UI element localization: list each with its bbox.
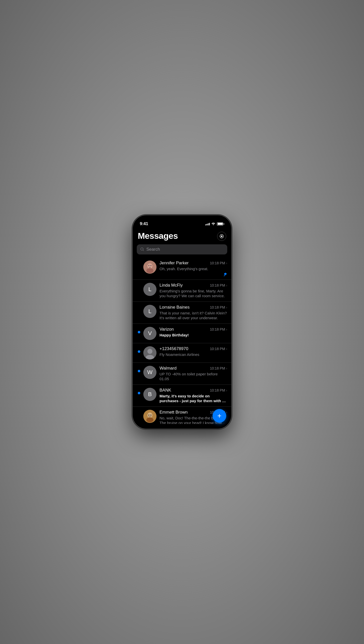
message-item[interactable]: BBANK10:18 PM›Marty, it's easy to decide… bbox=[133, 385, 231, 407]
message-time: 10:18 PM bbox=[210, 305, 225, 309]
message-preview: Oh, yeah. Everything's great. bbox=[160, 266, 227, 271]
chevron-right-icon: › bbox=[226, 410, 227, 414]
page-title: Messages bbox=[138, 231, 178, 241]
contact-name: Linda McFly bbox=[160, 283, 183, 288]
unread-indicator bbox=[138, 392, 140, 394]
compose-fab-button[interactable]: + bbox=[213, 409, 226, 423]
search-bar[interactable]: Search bbox=[137, 244, 227, 254]
message-preview: That is your name, isn't it? Calvin Klei… bbox=[160, 311, 227, 320]
contact-name: Lorraine Baines bbox=[160, 305, 190, 310]
chevron-right-icon: › bbox=[226, 366, 227, 370]
avatar bbox=[143, 410, 156, 423]
svg-point-6 bbox=[150, 265, 151, 266]
unread-indicator bbox=[138, 331, 140, 333]
chevron-right-icon: › bbox=[226, 347, 227, 351]
search-input[interactable]: Search bbox=[146, 247, 160, 252]
signal-icon bbox=[205, 222, 210, 225]
svg-point-8 bbox=[147, 349, 152, 354]
phone-screen: 9:41 bbox=[133, 215, 231, 429]
message-time: 10:18 PM bbox=[210, 388, 225, 392]
unread-indicator bbox=[138, 350, 140, 353]
message-time: 10:18 PM bbox=[210, 283, 225, 287]
message-preview: UP TO -40% on toilet paper before 01.05 bbox=[160, 372, 227, 381]
svg-point-14 bbox=[150, 415, 151, 416]
contact-name: Walmard bbox=[160, 366, 176, 371]
status-time: 9:41 bbox=[140, 221, 148, 226]
avatar bbox=[143, 261, 156, 274]
battery-icon bbox=[217, 222, 224, 226]
chevron-right-icon: › bbox=[226, 305, 227, 309]
message-item[interactable]: LLorraine Baines10:18 PM›That is your na… bbox=[133, 302, 231, 324]
message-time: 10:18 PM bbox=[210, 327, 225, 331]
svg-point-13 bbox=[148, 415, 149, 416]
contact-name: Jennifer Parker bbox=[160, 261, 189, 266]
header: Messages bbox=[133, 229, 231, 244]
message-preview: Everything's gonna be fine, Marty. Are y… bbox=[160, 289, 227, 298]
message-time: 10:18 PM bbox=[210, 347, 225, 351]
status-icons bbox=[205, 222, 224, 226]
chevron-right-icon: › bbox=[226, 388, 227, 392]
messages-list: Jennifer Parker10:18 PM›Oh, yeah. Everyt… bbox=[133, 257, 231, 424]
avatar: L bbox=[143, 283, 156, 296]
message-item[interactable]: VVarizon10:18 PM›Happy Birthday! bbox=[133, 324, 231, 343]
chevron-right-icon: › bbox=[226, 283, 227, 287]
message-time: 10:18 PM bbox=[210, 261, 225, 265]
compose-button[interactable] bbox=[217, 232, 226, 241]
message-preview: Happy Birthday! bbox=[160, 333, 227, 338]
svg-point-4 bbox=[146, 268, 153, 273]
svg-point-5 bbox=[148, 265, 149, 266]
avatar: V bbox=[143, 327, 156, 340]
unread-indicator bbox=[138, 370, 140, 372]
svg-point-3 bbox=[147, 263, 152, 269]
avatar: W bbox=[143, 366, 156, 379]
message-item[interactable]: WWalmard10:18 PM›UP TO -40% on toilet pa… bbox=[133, 363, 231, 385]
message-preview: Marty, it's easy to decide on purchases … bbox=[160, 394, 227, 403]
compose-icon bbox=[219, 234, 224, 239]
avatar: B bbox=[143, 388, 156, 401]
contact-name: BANK bbox=[160, 388, 171, 393]
svg-point-1 bbox=[221, 235, 222, 237]
search-icon bbox=[140, 247, 144, 251]
chevron-right-icon: › bbox=[226, 327, 227, 331]
chevron-right-icon: › bbox=[226, 261, 227, 265]
contact-name: +12345678970 bbox=[160, 346, 188, 351]
message-item[interactable]: Jennifer Parker10:18 PM›Oh, yeah. Everyt… bbox=[133, 257, 231, 280]
contact-name: Varizon bbox=[160, 327, 174, 332]
message-item[interactable]: +1234567897010:18 PM›Fly Noamerican Airl… bbox=[133, 343, 231, 363]
message-time: 10:18 PM bbox=[210, 366, 225, 370]
contact-name: Emmett Brown bbox=[160, 410, 188, 415]
message-preview: Fly Noamerican Airlines bbox=[160, 352, 227, 357]
phone-frame: 9:41 bbox=[133, 215, 231, 429]
avatar: L bbox=[143, 305, 156, 318]
svg-point-12 bbox=[146, 417, 153, 422]
wifi-icon bbox=[211, 222, 215, 226]
avatar bbox=[143, 346, 156, 359]
pinned-icon bbox=[223, 272, 227, 276]
fab-plus-icon: + bbox=[217, 412, 221, 419]
message-item[interactable]: LLinda McFly10:18 PM›Everything's gonna … bbox=[133, 280, 231, 302]
dynamic-island bbox=[166, 218, 198, 228]
